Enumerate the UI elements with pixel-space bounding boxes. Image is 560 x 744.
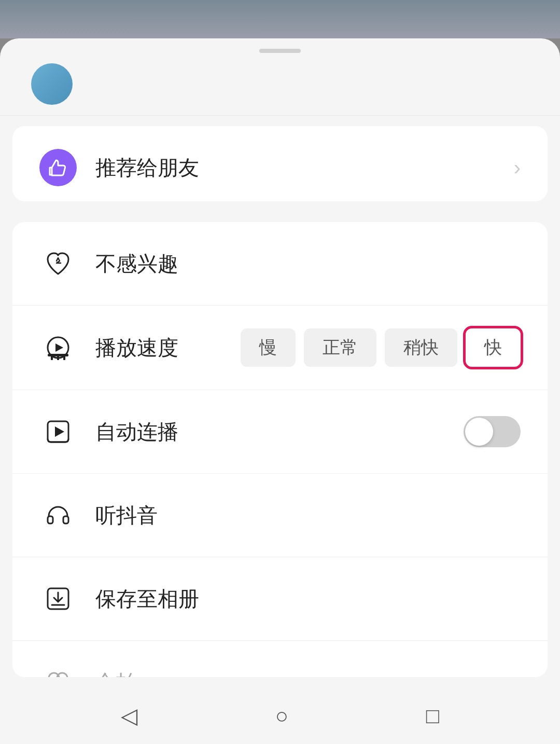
bottom-nav: ◁ ○ □ (0, 687, 560, 744)
headphones-icon (39, 497, 77, 534)
thumbs-up-icon-wrapper (39, 149, 77, 186)
auto-play-icon (39, 413, 77, 450)
not-interested-label: 不感兴趣 (95, 250, 521, 278)
collab-item[interactable]: 合拍 › (12, 640, 548, 677)
toggle-knob (465, 418, 493, 446)
recommend-friends-chevron: › (514, 156, 521, 180)
svg-rect-3 (51, 356, 53, 360)
svg-rect-5 (63, 356, 65, 360)
recommend-friends-item[interactable]: 推荐给朋友 › (12, 126, 548, 201)
svg-rect-8 (48, 516, 53, 523)
auto-play-item[interactable]: 自动连播 (12, 390, 548, 473)
speed-controls: 慢 正常 稍快 快 (241, 328, 521, 367)
save-album-item[interactable]: 保存至相册 (12, 557, 548, 640)
speed-normal-button[interactable]: 正常 (304, 328, 376, 367)
recommend-friends-label: 推荐给朋友 (95, 154, 514, 182)
auto-play-toggle[interactable] (464, 416, 521, 447)
controls-card: 不感兴趣 播放速度 慢 正常 稍快 快 (12, 222, 548, 677)
svg-rect-9 (63, 516, 68, 523)
recents-button[interactable]: □ (426, 704, 439, 728)
svg-marker-1 (55, 343, 63, 352)
speed-slow-button[interactable]: 慢 (241, 328, 296, 367)
playback-speed-label: 播放速度 (95, 334, 241, 362)
collab-label: 合拍 (95, 668, 514, 678)
auto-play-label: 自动连播 (95, 418, 464, 446)
listen-douyin-item[interactable]: 听抖音 (12, 473, 548, 557)
drag-handle (259, 49, 301, 53)
recommend-card: 推荐给朋友 › (12, 126, 548, 201)
save-album-label: 保存至相册 (95, 585, 521, 613)
not-interested-item[interactable]: 不感兴趣 (12, 222, 548, 305)
drag-handle-area (0, 38, 560, 58)
back-button[interactable]: ◁ (121, 703, 137, 728)
speed-fast-button[interactable]: 快 (466, 328, 521, 367)
heart-broken-icon (39, 245, 77, 282)
listen-douyin-label: 听抖音 (95, 501, 521, 530)
home-button[interactable]: ○ (275, 704, 288, 728)
download-icon (39, 580, 77, 617)
avatar-row (0, 58, 560, 116)
avatar (31, 63, 73, 105)
svg-rect-4 (57, 356, 59, 360)
playback-speed-item: 播放速度 慢 正常 稍快 快 (12, 305, 548, 390)
speed-slightly-fast-button[interactable]: 稍快 (385, 328, 457, 367)
collab-icon (39, 664, 77, 677)
collab-chevron: › (514, 671, 521, 678)
svg-marker-7 (55, 426, 64, 437)
thumbs-up-icon (39, 149, 77, 186)
playback-speed-icon (39, 329, 77, 366)
